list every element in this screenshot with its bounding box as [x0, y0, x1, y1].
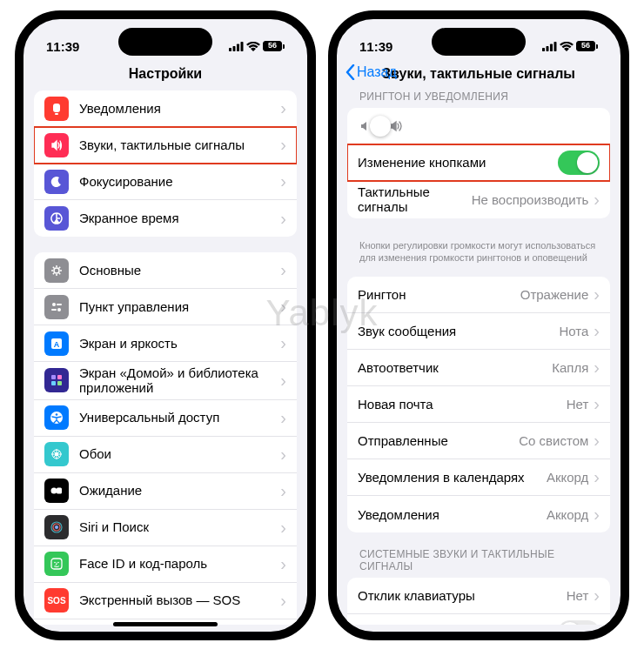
svg-point-27 [54, 562, 56, 564]
chevron-right-icon: › [280, 445, 286, 465]
svg-rect-22 [57, 488, 62, 494]
settings-row-control-center[interactable]: Пункт управления› [34, 289, 297, 325]
phone-right: 11:39 56 Назад Звуки, тактильные сигналы… [328, 10, 629, 640]
row-label: Уведомления [79, 101, 275, 116]
dynamic-island [118, 28, 212, 56]
svg-rect-15 [51, 381, 56, 385]
volume-slider-row[interactable] [347, 108, 610, 144]
row-value: Капля [552, 360, 588, 375]
settings-row-home-screen[interactable]: Экран «Домой» и библиотека приложений› [34, 362, 297, 400]
sound-row-voicemail[interactable]: АвтоответчикКапля› [347, 350, 610, 386]
row-label: Экран «Домой» и библиотека приложений [79, 365, 275, 396]
change-with-buttons-row[interactable]: Изменение кнопками [347, 144, 610, 181]
row-label: Ожидание [79, 483, 275, 498]
svg-rect-13 [51, 375, 56, 379]
svg-point-21 [51, 488, 57, 494]
svg-rect-16 [57, 381, 62, 385]
svg-rect-10 [51, 309, 57, 311]
sound-row-reminders[interactable]: УведомленияАккорд› [347, 496, 610, 532]
page-title: Настройки [23, 61, 307, 90]
svg-rect-37 [547, 46, 549, 51]
change-with-buttons-toggle[interactable] [558, 151, 600, 175]
haptics-row[interactable]: Тактильные сигналы Не воспроизводить › [347, 181, 610, 218]
chevron-right-icon: › [280, 260, 286, 280]
page-title: Звуки, тактильные сигналы [382, 66, 575, 81]
row-label: Экранное время [79, 211, 275, 225]
svg-point-7 [52, 303, 56, 306]
sound-row-new-mail[interactable]: Новая почтаНет› [347, 386, 610, 423]
row-value: Отражение [520, 287, 589, 302]
row-label: Экран и яркость [79, 336, 275, 351]
chevron-right-icon: › [280, 518, 286, 538]
battery-icon: 56 [576, 41, 598, 51]
back-button[interactable]: Назад [345, 64, 397, 80]
row-value: Аккорд [547, 470, 588, 485]
chevron-right-icon: › [280, 591, 286, 611]
svg-point-28 [57, 562, 59, 564]
svg-rect-38 [550, 44, 553, 51]
signal-icon [229, 42, 244, 51]
svg-rect-2 [237, 44, 239, 51]
row-label: Face ID и код-пароль [79, 556, 275, 571]
chevron-right-icon: › [594, 586, 600, 606]
chevron-right-icon: › [280, 408, 286, 428]
settings-row-siri[interactable]: Siri и Поиск› [34, 510, 297, 546]
settings-row-sos[interactable]: SOSЭкстренный вызов — SOS› [34, 583, 297, 619]
settings-row-notifications[interactable]: Уведомления› [34, 90, 297, 127]
settings-row-display[interactable]: AЭкран и яркость› [34, 325, 297, 362]
row-label: Обои [79, 446, 275, 461]
settings-row-sounds[interactable]: Звуки, тактильные сигналы› [34, 127, 297, 164]
section-header-system: СИСТЕМНЫЕ ЗВУКИ И ТАКТИЛЬНЫЕ СИГНАЛЫ [347, 548, 610, 578]
haptics-label: Тактильные сигналы [358, 184, 472, 215]
sound-row-calendar[interactable]: Уведомления в календаряхАккорд› [347, 459, 610, 496]
accessibility-icon [44, 405, 69, 430]
row-label: Новая почта [358, 397, 567, 412]
row-label: Отклик клавиатуры [358, 588, 567, 603]
chevron-right-icon: › [280, 171, 286, 191]
general-icon [44, 258, 69, 283]
sounds-icon [44, 133, 69, 157]
sound-row-text-tone[interactable]: Звук сообщенияНота› [347, 313, 610, 350]
notifications-icon [44, 97, 69, 121]
svg-rect-0 [229, 48, 231, 51]
wifi-icon [246, 42, 260, 51]
chevron-right-icon: › [280, 371, 286, 391]
row-value: Аккорд [547, 507, 588, 522]
sound-row-sent-mail[interactable]: ОтправленныеСо свистом› [347, 423, 610, 459]
svg-point-25 [55, 525, 58, 529]
row-label: Фокусирование [79, 174, 275, 189]
settings-row-screentime[interactable]: Экранное время› [34, 200, 297, 237]
haptics-value: Не воспроизводить [472, 192, 589, 207]
row-label: Пункт управления [79, 299, 275, 314]
row-label: Отправленные [358, 433, 519, 448]
focus-icon [44, 170, 69, 194]
system-row-keyboard-feedback[interactable]: Отклик клавиатурыНет› [347, 578, 610, 614]
section-header-ringer: РИНГТОН И УВЕДОМЛЕНИЯ [347, 90, 610, 108]
row-label: Универсальный доступ [79, 410, 275, 425]
sound-row-ringtone[interactable]: РингтонОтражение› [347, 277, 610, 313]
chevron-right-icon: › [594, 321, 600, 341]
settings-row-accessibility[interactable]: Универсальный доступ› [34, 400, 297, 437]
settings-row-wallpaper[interactable]: Обои› [34, 437, 297, 473]
svg-rect-4 [53, 104, 60, 112]
chevron-right-icon: › [594, 358, 600, 378]
row-label: Звуки, тактильные сигналы [79, 137, 275, 152]
settings-row-standby[interactable]: Ожидание› [34, 473, 297, 510]
row-value: Нота [559, 324, 588, 338]
row-value: Со свистом [519, 433, 588, 448]
chevron-right-icon: › [280, 135, 286, 155]
siri-icon [44, 515, 69, 539]
svg-point-6 [54, 268, 59, 273]
chevron-right-icon: › [280, 481, 286, 501]
settings-row-faceid[interactable]: Face ID и код-пароль› [34, 546, 297, 583]
svg-point-20 [55, 452, 59, 457]
system-row-lock-sound[interactable]: Звук блокировки [347, 614, 610, 625]
row-value: Нет [567, 397, 589, 412]
settings-row-focus[interactable]: Фокусирование› [34, 164, 297, 200]
back-label: Назад [357, 64, 397, 80]
settings-row-general[interactable]: Основные› [34, 252, 297, 289]
svg-rect-8 [57, 304, 62, 305]
chevron-right-icon: › [594, 190, 600, 210]
lock-sound-toggle[interactable] [558, 620, 600, 625]
chevron-right-icon: › [280, 297, 286, 317]
